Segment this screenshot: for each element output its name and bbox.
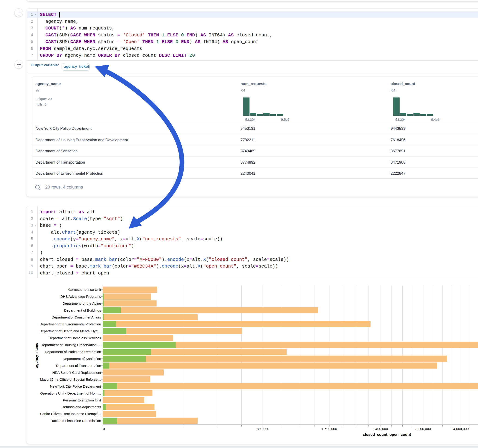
svg-text:Department of Buildings: Department of Buildings bbox=[64, 308, 101, 312]
svg-text:2,400,000: 2,400,000 bbox=[373, 427, 388, 431]
svg-text:New York City Police Departmen: New York City Police Department bbox=[50, 384, 101, 388]
svg-text:1,600,000: 1,600,000 bbox=[322, 427, 337, 431]
svg-text:3,200,000: 3,200,000 bbox=[415, 427, 431, 431]
svg-text:agency_name: agency_name bbox=[34, 343, 38, 368]
svg-text:Correspondence Unit: Correspondence Unit bbox=[68, 288, 101, 292]
svg-text:Department of Housing Preserva: Department of Housing Preservation … bbox=[41, 343, 101, 347]
svg-text:Department of Homeless Service: Department of Homeless Services bbox=[48, 336, 101, 340]
svg-text:Personal Exemption Unit: Personal Exemption Unit bbox=[63, 398, 101, 402]
svg-text:Operations Unit - Department o: Operations Unit - Department of Hom… bbox=[40, 391, 101, 395]
svg-text:Department of Sanitation: Department of Sanitation bbox=[63, 357, 101, 361]
svg-text:Department of Health and Menta: Department of Health and Mental Hyg… bbox=[39, 329, 101, 333]
svg-text:Department for the Aging: Department for the Aging bbox=[63, 301, 101, 305]
svg-text:Taxi and Limousine Commission: Taxi and Limousine Commission bbox=[51, 419, 101, 423]
svg-text:0: 0 bbox=[103, 427, 105, 431]
svg-text:HRA Benefit Card Replacement: HRA Benefit Card Replacement bbox=[52, 371, 101, 374]
svg-text:Department of Transportation: Department of Transportation bbox=[56, 364, 101, 367]
svg-text:closed_count, open_count: closed_count, open_count bbox=[363, 432, 411, 436]
svg-text:Department of Parks and Recrea: Department of Parks and Recreation bbox=[45, 350, 101, 354]
svg-text:Senior Citizen Rent Increase E: Senior Citizen Rent Increase Exempti… bbox=[40, 412, 101, 416]
svg-text:Department of Environmental Pr: Department of Environmental Protection bbox=[39, 322, 101, 326]
svg-text:Mayorâ€ s Office of Special En: Mayorâ€ s Office of Special Enforce… bbox=[40, 378, 101, 381]
svg-text:4,000,000: 4,000,000 bbox=[453, 427, 469, 431]
svg-text:Refunds and Adjustments: Refunds and Adjustments bbox=[62, 405, 101, 409]
svg-text:Department of Consumer Affairs: Department of Consumer Affairs bbox=[52, 315, 101, 319]
svg-text:800,000: 800,000 bbox=[257, 427, 269, 431]
svg-text:DHS Advantage Programs: DHS Advantage Programs bbox=[60, 294, 101, 299]
